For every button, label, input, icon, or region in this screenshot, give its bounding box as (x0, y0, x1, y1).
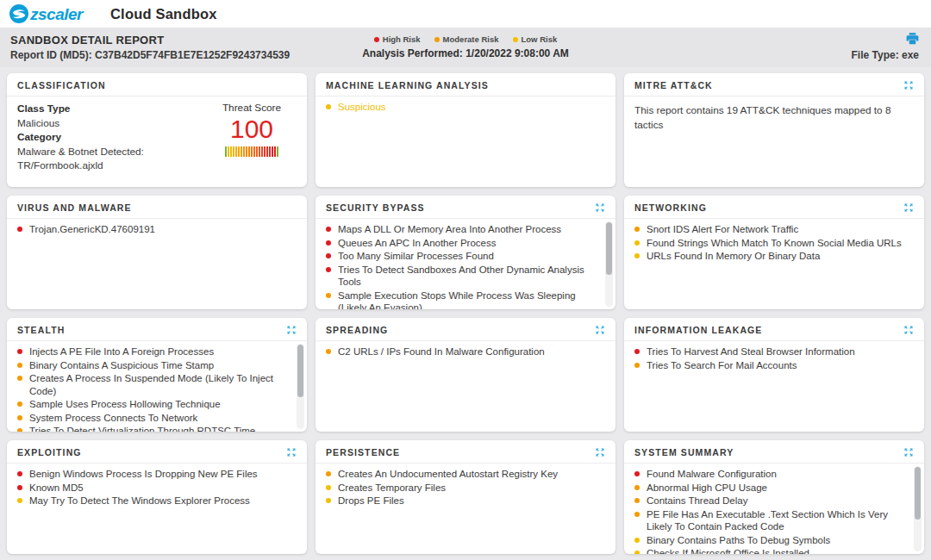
expand-icon[interactable] (595, 325, 605, 335)
finding-item: C2 URLs / IPs Found In Malware Configura… (326, 345, 605, 358)
finding-text: Known MD5 (29, 482, 84, 495)
finding-item: Binary Contains A Suspicious Time Stamp (17, 359, 290, 372)
card-body: Found Malware ConfigurationAbnormal High… (624, 464, 924, 554)
card-header: STEALTH (7, 318, 307, 341)
card-body: Snort IDS Alert For Network TrafficFound… (624, 219, 924, 309)
severity-dot-icon (326, 227, 331, 232)
gauge-stripe (272, 146, 273, 157)
finding-item: Injects A PE File Into A Foreign Process… (17, 345, 290, 358)
expand-icon[interactable] (903, 80, 914, 90)
finding-item: Suspicious (326, 101, 605, 114)
severity-dot-icon (634, 471, 640, 476)
expand-icon[interactable] (595, 447, 605, 457)
finding-item: May Try To Detect The Windows Explorer P… (17, 495, 297, 507)
scrollbar[interactable] (605, 221, 613, 307)
expand-icon[interactable] (903, 447, 914, 457)
finding-text: C2 URLs / IPs Found In Malware Configura… (338, 345, 545, 358)
scrollbar-thumb[interactable] (297, 345, 303, 397)
legend-label: High Risk (383, 34, 421, 44)
finding-item: Sample Uses Process Hollowing Technique (17, 398, 290, 411)
finding-text: Binary Contains A Suspicious Time Stamp (29, 359, 214, 372)
card-title: SYSTEM SUMMARY (634, 447, 734, 457)
category-value: Malware & Botnet Detected: (17, 145, 144, 159)
finding-text: URLs Found In Memory Or Binary Data (647, 250, 820, 263)
card-body: Benign Windows Process Is Dropping New P… (7, 464, 307, 554)
low-risk-dot-icon (513, 37, 518, 42)
legend-moderate-risk: Moderate Risk (434, 34, 499, 44)
scrollbar-thumb[interactable] (915, 467, 921, 520)
finding-item: Tries To Harvest And Steal Browser Infor… (634, 345, 914, 358)
report-header-center: High Risk Moderate Risk Low Risk Analysi… (362, 32, 569, 62)
card-title: STEALTH (17, 325, 65, 335)
threat-score-box: Threat Score 100 (219, 102, 297, 184)
card-body: Injects A PE File Into A Foreign Process… (7, 341, 307, 432)
print-icon[interactable] (906, 33, 919, 45)
severity-dot-icon (17, 415, 22, 420)
severity-dot-icon (326, 104, 331, 109)
finding-text: Queues An APC In Another Process (338, 237, 496, 250)
class-type-value: Malicious (17, 116, 144, 131)
gauge-stripe (269, 146, 271, 157)
finding-item: PE File Has An Executable .Text Section … (634, 508, 907, 533)
card-header: SPREADING (316, 318, 615, 341)
finding-text: Abnormal High CPU Usage (647, 482, 767, 495)
card-header: INFORMATION LEAKAGE (624, 318, 924, 341)
report-header-right: File Type: exe (569, 32, 921, 62)
expand-icon[interactable] (903, 325, 914, 335)
expand-icon[interactable] (903, 202, 914, 213)
finding-text: Tries To Search For Mail Accounts (647, 359, 797, 372)
scrollbar-thumb[interactable] (606, 222, 612, 275)
findings-list: Benign Windows Process Is Dropping New P… (17, 468, 297, 507)
finding-item: Creates An Undocumented Autostart Regist… (326, 468, 605, 481)
findings-list: Found Malware ConfigurationAbnormal High… (634, 468, 907, 554)
card-body: Class Type Malicious Category Malware & … (7, 96, 307, 187)
finding-text: Creates An Undocumented Autostart Regist… (338, 468, 558, 481)
expand-icon[interactable] (286, 447, 297, 457)
finding-item: Binary Contains Paths To Debug Symbols (634, 534, 907, 547)
card-title: CLASSIFICATION (17, 80, 106, 90)
severity-dot-icon (17, 471, 22, 476)
legend-label: Low Risk (522, 34, 558, 44)
top-bar: zscaler Cloud Sandbox (0, 0, 931, 28)
card-mitre-att-ck: MITRE ATT&CK This report contains 19 ATT… (624, 73, 924, 187)
card-title: VIRUS AND MALWARE (17, 202, 132, 213)
finding-item: Creates Temporary Files (326, 482, 605, 495)
card-security-bypass: SECURITY BYPASS Maps A DLL Or Memory Are… (316, 196, 615, 309)
finding-text: Tries To Harvest And Steal Browser Infor… (647, 345, 855, 358)
findings-list: Snort IDS Alert For Network TrafficFound… (634, 223, 914, 263)
finding-item: Benign Windows Process Is Dropping New P… (17, 468, 297, 481)
gauge-stripe (264, 146, 266, 157)
card-title: PERSISTENCE (326, 447, 400, 457)
gauge-stripe (248, 146, 250, 157)
finding-text: Benign Windows Process Is Dropping New P… (29, 468, 258, 481)
class-type-label: Class Type (17, 102, 144, 116)
finding-text: Sample Execution Stops While Process Was… (338, 289, 598, 310)
severity-dot-icon (326, 485, 331, 490)
card-system-summary: SYSTEM SUMMARY Found Malware Configurati… (624, 440, 924, 554)
card-grid: CLASSIFICATION Class Type Malicious Cate… (7, 73, 924, 554)
findings-list: Creates An Undocumented Autostart Regist… (326, 468, 605, 507)
severity-dot-icon (326, 471, 331, 476)
report-header-left: SANDBOX DETAIL REPORT Report ID (MD5): C… (10, 32, 362, 62)
finding-item: Tries To Detect Virtualization Through R… (17, 425, 290, 432)
finding-item: Found Malware Configuration (634, 468, 907, 481)
scrollbar[interactable] (297, 344, 304, 429)
finding-item: Found Strings Which Match To Known Socia… (634, 237, 914, 250)
severity-dot-icon (326, 498, 331, 503)
finding-item: Abnormal High CPU Usage (634, 482, 907, 495)
report-title: SANDBOX DETAIL REPORT (10, 34, 362, 47)
expand-icon[interactable] (595, 202, 605, 213)
expand-icon[interactable] (286, 325, 297, 335)
finding-text: PE File Has An Executable .Text Section … (647, 508, 907, 533)
finding-text: Injects A PE File Into A Foreign Process… (29, 345, 214, 358)
card-body: C2 URLs / IPs Found In Malware Configura… (316, 341, 615, 432)
severity-dot-icon (634, 551, 640, 554)
finding-text: Creates A Process In Suspended Mode (Lik… (29, 372, 290, 397)
scrollbar[interactable] (914, 466, 922, 551)
card-title: INFORMATION LEAKAGE (634, 325, 762, 335)
category-label: Category (17, 130, 144, 145)
finding-item: URLs Found In Memory Or Binary Data (634, 250, 914, 263)
severity-dot-icon (17, 227, 22, 232)
classification-fields: Class Type Malicious Category Malware & … (17, 102, 144, 184)
gauge-stripe (261, 146, 263, 157)
